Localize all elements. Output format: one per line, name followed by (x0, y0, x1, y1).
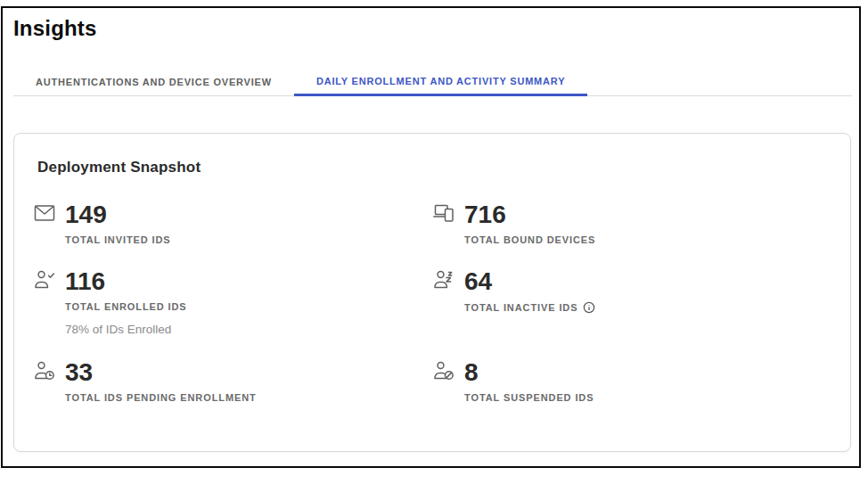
stats-grid: 149 TOTAL INVITED IDS 716 (34, 201, 829, 426)
stat-value: 116 (65, 268, 105, 295)
stat-label: TOTAL BOUND DEVICES (464, 234, 829, 245)
stat-label: TOTAL SUSPENDED IDS (464, 392, 829, 403)
stat-label: TOTAL INACTIVE IDS (464, 301, 829, 314)
stat-value: 149 (65, 201, 107, 228)
stat-total-inactive-ids: 64 TOTAL INACTIVE IDS (433, 268, 829, 336)
devices-icon (433, 203, 454, 226)
stat-total-ids-pending-enrollment: 33 TOTAL IDS PENDING ENROLLMENT (34, 359, 433, 403)
stat-value: 716 (464, 201, 506, 228)
page-title: Insights (13, 16, 97, 41)
stat-total-invited-ids: 149 TOTAL INVITED IDS (34, 201, 433, 245)
deployment-snapshot-card: Deployment Snapshot 149 TOTAL INVITED ID… (13, 133, 851, 452)
tab-label: DAILY ENROLLMENT AND ACTIVITY SUMMARY (316, 76, 565, 86)
user-sleep-icon (433, 270, 454, 293)
stat-total-enrolled-ids: 116 TOTAL ENROLLED IDS 78% of IDs Enroll… (34, 268, 433, 336)
mail-icon (34, 204, 55, 226)
user-check-icon (34, 270, 55, 293)
tab-label: AUTHENTICATIONS AND DEVICE OVERVIEW (36, 77, 272, 87)
tab-daily-enrollment-and-activity-summary[interactable]: DAILY ENROLLMENT AND ACTIVITY SUMMARY (294, 69, 587, 96)
stat-value: 8 (464, 359, 479, 386)
stat-label: TOTAL ENROLLED IDS (65, 301, 433, 312)
stat-value: 64 (464, 268, 492, 295)
stat-total-bound-devices: 716 TOTAL BOUND DEVICES (433, 201, 829, 245)
app-window: Insights AUTHENTICATIONS AND DEVICE OVER… (1, 6, 861, 468)
info-icon[interactable] (583, 301, 595, 314)
stat-label: TOTAL IDS PENDING ENROLLMENT (65, 392, 433, 403)
stat-label: TOTAL INVITED IDS (65, 234, 433, 245)
card-title: Deployment Snapshot (37, 159, 829, 176)
user-slash-icon (433, 361, 454, 384)
user-clock-icon (34, 361, 55, 384)
stat-subtext: 78% of IDs Enrolled (65, 323, 433, 336)
tab-authentications-and-device-overview[interactable]: AUTHENTICATIONS AND DEVICE OVERVIEW (13, 69, 294, 95)
stat-total-suspended-ids: 8 TOTAL SUSPENDED IDS (433, 359, 829, 403)
tab-bar: AUTHENTICATIONS AND DEVICE OVERVIEW DAIL… (13, 69, 852, 96)
stat-value: 33 (65, 359, 93, 386)
